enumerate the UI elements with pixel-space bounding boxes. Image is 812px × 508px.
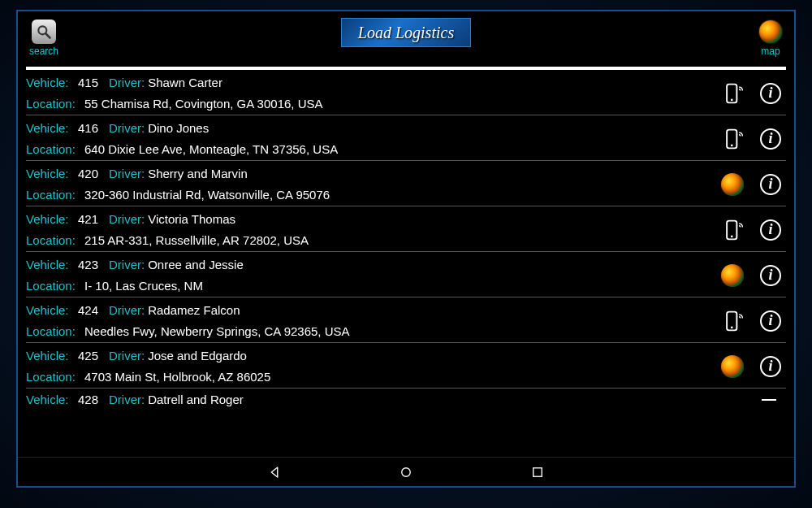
svg-point-5	[731, 144, 733, 146]
location-label: Location:	[26, 278, 84, 294]
info-icon[interactable]: i	[758, 172, 783, 197]
location-label: Location:	[26, 96, 84, 112]
driver-label: Driver:	[109, 393, 145, 406]
svg-point-3	[731, 98, 733, 101]
dash-icon	[762, 399, 776, 402]
row-content: Vehicle:428Driver:Datrell and Roger	[26, 392, 762, 406]
driver-label: Driver:	[109, 303, 145, 317]
info-icon[interactable]: i	[758, 263, 783, 288]
info-icon[interactable]: i	[758, 127, 783, 151]
vehicle-number: 425	[78, 348, 104, 364]
row-actions: i	[721, 309, 786, 333]
info-icon[interactable]: i	[758, 354, 783, 379]
search-label: search	[29, 46, 58, 57]
vehicle-row[interactable]: Vehicle:416Driver:Dino JonesLocation:640…	[26, 115, 786, 161]
driver-label: Driver:	[109, 212, 145, 226]
driver-label: Driver:	[109, 76, 145, 89]
location-value: 215 AR-331, Russellville, AR 72802, USA	[84, 233, 309, 247]
row-actions: i	[721, 263, 786, 288]
phone-icon[interactable]	[721, 309, 745, 333]
phone-icon[interactable]	[721, 81, 745, 106]
globe-icon[interactable]	[721, 354, 745, 379]
back-button[interactable]	[266, 463, 283, 481]
driver-name: Victoria Thomas	[148, 212, 235, 226]
row-content: Vehicle:425Driver:Jose and EdgardoLocati…	[26, 348, 721, 384]
vehicle-row[interactable]: Vehicle:420Driver:Sherry and MarvinLocat…	[26, 161, 786, 206]
driver-label: Driver:	[109, 349, 145, 363]
search-icon	[32, 20, 56, 44]
driver-label: Driver:	[109, 258, 145, 271]
svg-rect-11	[533, 467, 542, 476]
location-label: Location:	[26, 323, 84, 340]
row-content: Vehicle:415Driver:Shawn CarterLocation:5…	[26, 75, 721, 111]
location-value: Needles Fwy, Newberry Springs, CA 92365,…	[84, 324, 350, 338]
vehicle-label: Vehicle:	[26, 348, 78, 364]
info-icon[interactable]: i	[758, 81, 783, 106]
top-bar: search Load Logistics map	[18, 11, 794, 60]
row-actions	[762, 399, 786, 402]
vehicle-number: 424	[78, 302, 104, 319]
phone-icon[interactable]	[721, 218, 745, 242]
row-actions: i	[721, 218, 786, 242]
android-nav-bar	[18, 457, 794, 486]
info-icon[interactable]: i	[758, 218, 783, 242]
row-content: Vehicle:416Driver:Dino JonesLocation:640…	[26, 120, 721, 157]
vehicle-label: Vehicle:	[26, 392, 78, 406]
vehicle-number: 423	[78, 257, 104, 273]
location-value: 4703 Main St, Holbrook, AZ 86025	[84, 370, 270, 384]
location-label: Location:	[26, 369, 84, 385]
app-window: search Load Logistics map Vehicle:415Dri…	[16, 10, 796, 488]
location-label: Location:	[26, 232, 84, 249]
driver-name: Jose and Edgardo	[148, 349, 247, 363]
svg-point-9	[731, 326, 733, 328]
row-content: Vehicle:421Driver:Victoria ThomasLocatio…	[26, 211, 721, 248]
vehicle-row[interactable]: Vehicle:425Driver:Jose and EdgardoLocati…	[26, 343, 786, 389]
vehicle-number: 428	[78, 392, 104, 406]
globe-icon	[759, 20, 782, 43]
svg-line-1	[46, 34, 50, 38]
vehicle-number: 420	[78, 166, 104, 182]
vehicle-number: 416	[78, 120, 104, 137]
row-content: Vehicle:423Driver:Onree and JessieLocati…	[26, 257, 721, 293]
driver-name: Onree and Jessie	[148, 258, 244, 271]
driver-name: Radamez Falcon	[148, 303, 240, 317]
row-content: Vehicle:420Driver:Sherry and MarvinLocat…	[26, 166, 721, 202]
row-actions: i	[721, 81, 786, 106]
search-button[interactable]: search	[29, 20, 58, 57]
location-value: 55 Chamisa Rd, Covington, GA 30016, USA	[84, 97, 323, 111]
location-label: Location:	[26, 141, 84, 158]
vehicle-row[interactable]: Vehicle:421Driver:Victoria ThomasLocatio…	[26, 206, 786, 252]
vehicle-label: Vehicle:	[26, 302, 78, 319]
vehicle-number: 415	[78, 75, 104, 91]
globe-icon[interactable]	[721, 172, 745, 197]
driver-name: Dino Jones	[148, 121, 209, 135]
row-actions: i	[721, 127, 786, 151]
home-button[interactable]	[397, 463, 415, 481]
map-button[interactable]: map	[758, 20, 783, 57]
phone-icon[interactable]	[721, 127, 745, 151]
info-icon[interactable]: i	[758, 309, 783, 333]
driver-label: Driver:	[109, 121, 145, 135]
vehicle-label: Vehicle:	[26, 120, 78, 137]
driver-name: Shawn Carter	[148, 76, 222, 89]
location-label: Location:	[26, 187, 84, 203]
vehicle-label: Vehicle:	[26, 166, 78, 182]
vehicle-row[interactable]: Vehicle:424Driver:Radamez FalconLocation…	[26, 297, 786, 343]
vehicle-row[interactable]: Vehicle:423Driver:Onree and JessieLocati…	[26, 252, 786, 297]
vehicle-list[interactable]: Vehicle:415Driver:Shawn CarterLocation:5…	[18, 70, 794, 457]
globe-icon[interactable]	[721, 263, 745, 288]
vehicle-label: Vehicle:	[26, 75, 78, 91]
driver-name: Sherry and Marvin	[148, 167, 248, 180]
driver-label: Driver:	[109, 167, 145, 180]
vehicle-number: 421	[78, 211, 104, 228]
vehicle-row[interactable]: Vehicle:428Driver:Datrell and Roger	[26, 389, 786, 406]
driver-name: Datrell and Roger	[148, 393, 244, 406]
row-actions: i	[721, 354, 786, 379]
brand-logo: Load Logistics	[341, 18, 471, 47]
location-value: 640 Dixie Lee Ave, Monteagle, TN 37356, …	[84, 142, 338, 156]
row-content: Vehicle:424Driver:Radamez FalconLocation…	[26, 302, 721, 339]
recents-button[interactable]	[529, 463, 546, 481]
location-value: I- 10, Las Cruces, NM	[84, 279, 203, 293]
row-actions: i	[721, 172, 786, 197]
vehicle-row[interactable]: Vehicle:415Driver:Shawn CarterLocation:5…	[26, 70, 786, 115]
